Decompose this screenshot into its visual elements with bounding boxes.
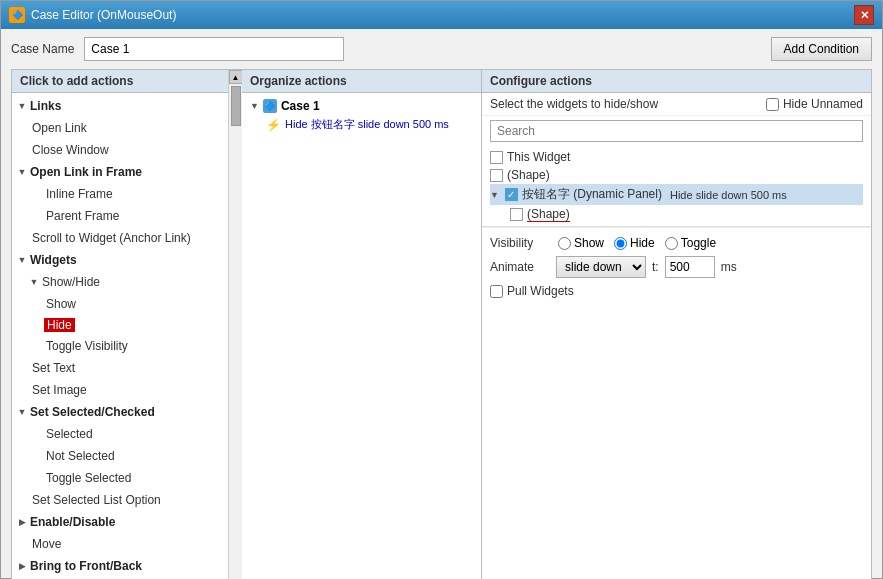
widget-row-dynamic-panel[interactable]: ▼ 按钮名字 (Dynamic Panel) Hide slide down 5…	[490, 184, 863, 205]
hide-unnamed-checkbox[interactable]	[766, 98, 779, 111]
sidebar-item-set-selected[interactable]: ▼ Set Selected/Checked	[12, 401, 228, 423]
set-image-label: Set Image	[30, 382, 89, 398]
visibility-hide-label: Hide	[630, 236, 655, 250]
widget-select-header: Select the widgets to hide/show Hide Unn…	[482, 93, 871, 116]
close-window-button[interactable]: ✕	[854, 5, 874, 25]
pull-widgets-label: Pull Widgets	[507, 284, 574, 298]
case-name-input[interactable]	[84, 37, 344, 61]
sidebar-item-hide[interactable]: Hide	[12, 315, 228, 335]
sidebar-item-scroll-widget[interactable]: Scroll to Widget (Anchor Link)	[12, 227, 228, 249]
mid-panel-header: Organize actions	[242, 70, 481, 93]
widget-list: This Widget (Shape) ▼ 按钮名字 (	[482, 146, 871, 226]
titlebar: 🔷 Case Editor (OnMouseOut) ✕	[1, 1, 882, 29]
case-name-label: Case Name	[11, 42, 74, 56]
case-name: Case 1	[281, 99, 320, 113]
sidebar-item-close-window[interactable]: Close Window	[12, 139, 228, 161]
sidebar-item-enable-disable[interactable]: ▶ Enable/Disable	[12, 511, 228, 533]
animate-ms-label: ms	[721, 260, 737, 274]
window-icon: 🔷	[9, 7, 25, 23]
bring-front-label: Bring to Front/Back	[28, 558, 144, 574]
search-input[interactable]	[490, 120, 863, 142]
sidebar-item-show[interactable]: Show	[12, 293, 228, 315]
visibility-show-label: Show	[574, 236, 604, 250]
widget-row-this[interactable]: This Widget	[490, 148, 863, 166]
selected-label: Selected	[44, 426, 95, 442]
sidebar-item-links[interactable]: ▼ Links	[12, 95, 228, 117]
action-item[interactable]: ⚡ Hide 按钮名字 slide down 500 ms	[246, 115, 477, 134]
set-selected-label: Set Selected/Checked	[28, 404, 157, 420]
top-bar: Case Name Add Condition	[11, 37, 872, 61]
dynamic-panel-expand-icon: ▼	[490, 190, 499, 200]
hide-unnamed-label: Hide Unnamed	[783, 97, 863, 111]
lightning-icon: ⚡	[266, 118, 281, 132]
dynamic-panel-label: 按钮名字 (Dynamic Panel)	[522, 186, 662, 203]
left-scrollbar[interactable]: ▲ ▼	[228, 70, 242, 579]
titlebar-left: 🔷 Case Editor (OnMouseOut)	[9, 7, 176, 23]
sidebar-item-parent-frame[interactable]: Parent Frame	[12, 205, 228, 227]
case-item[interactable]: ▼ 🔷 Case 1	[246, 97, 477, 115]
sidebar-item-toggle-selected[interactable]: Toggle Selected	[12, 467, 228, 489]
sidebar-item-set-list[interactable]: Set Selected List Option	[12, 489, 228, 511]
enable-disable-label: Enable/Disable	[28, 514, 117, 530]
scroll-thumb[interactable]	[231, 86, 241, 126]
sidebar-item-not-selected[interactable]: Not Selected	[12, 445, 228, 467]
close-window-label: Close Window	[30, 142, 111, 158]
sidebar-item-open-link[interactable]: Open Link	[12, 117, 228, 139]
shape2-checkbox[interactable]	[510, 208, 523, 221]
right-panel-header: Configure actions	[482, 70, 871, 93]
animate-time-input[interactable]	[665, 256, 715, 278]
case-editor-window: 🔷 Case Editor (OnMouseOut) ✕ Case Name A…	[0, 0, 883, 579]
sidebar-item-widgets[interactable]: ▼ Widgets	[12, 249, 228, 271]
set-list-label: Set Selected List Option	[30, 492, 163, 508]
hide-unnamed-row: Hide Unnamed	[766, 97, 863, 111]
shape2-label: (Shape)	[527, 207, 570, 222]
visibility-row: Visibility Show Hide	[490, 236, 863, 250]
case-expand-icon: ▼	[250, 101, 259, 111]
main-panels: Click to add actions ▼ Links Open Link	[11, 69, 872, 579]
expand-set-selected-icon: ▼	[16, 406, 28, 418]
action-text: Hide 按钮名字 slide down 500 ms	[285, 117, 449, 132]
expand-show-hide-icon: ▼	[28, 276, 40, 288]
add-condition-button[interactable]: Add Condition	[771, 37, 872, 61]
widget-row-shape1[interactable]: (Shape)	[490, 166, 863, 184]
sidebar-item-set-image[interactable]: Set Image	[12, 379, 228, 401]
visibility-toggle-option[interactable]: Toggle	[665, 236, 716, 250]
shape1-checkbox[interactable]	[490, 169, 503, 182]
dynamic-panel-checkbox[interactable]	[505, 188, 518, 201]
widget-select-area: Select the widgets to hide/show Hide Unn…	[482, 93, 871, 227]
visibility-section: Visibility Show Hide	[482, 227, 871, 306]
scroll-up-arrow[interactable]: ▲	[229, 70, 243, 84]
sidebar-item-set-text[interactable]: Set Text	[12, 357, 228, 379]
links-label: Links	[28, 98, 63, 114]
expand-widgets-icon: ▼	[16, 254, 28, 266]
animate-row: Animate slide down none fade slide up sl…	[490, 256, 863, 278]
parent-frame-label: Parent Frame	[44, 208, 121, 224]
sidebar-item-open-link-frame[interactable]: ▼ Open Link in Frame	[12, 161, 228, 183]
left-panel-header: Click to add actions	[12, 70, 228, 93]
set-text-label: Set Text	[30, 360, 77, 376]
widget-select-label: Select the widgets to hide/show	[490, 97, 658, 111]
show-hide-label: Show/Hide	[40, 274, 102, 290]
visibility-label: Visibility	[490, 236, 550, 250]
this-widget-checkbox[interactable]	[490, 151, 503, 164]
sidebar-item-toggle-vis[interactable]: Toggle Visibility	[12, 335, 228, 357]
visibility-hide-option[interactable]: Hide	[614, 236, 655, 250]
left-panel-content: ▼ Links Open Link Close Window	[12, 93, 228, 579]
animate-select[interactable]: slide down none fade slide up slide left…	[556, 256, 646, 278]
sidebar-item-inline-frame[interactable]: Inline Frame	[12, 183, 228, 205]
animate-t-label: t:	[652, 260, 659, 274]
sidebar-item-selected[interactable]: Selected	[12, 423, 228, 445]
widgets-section-label: Widgets	[28, 252, 79, 268]
toggle-vis-label: Toggle Visibility	[44, 338, 130, 354]
left-panel: Click to add actions ▼ Links Open Link	[12, 70, 228, 579]
case-icon: 🔷	[263, 99, 277, 113]
widget-row-shape2[interactable]: (Shape)	[490, 205, 863, 224]
visibility-show-option[interactable]: Show	[558, 236, 604, 250]
pull-widgets-checkbox[interactable]	[490, 285, 503, 298]
this-widget-label: This Widget	[507, 150, 570, 164]
sidebar-item-bring-front[interactable]: ▶ Bring to Front/Back	[12, 555, 228, 577]
scroll-widget-label: Scroll to Widget (Anchor Link)	[30, 230, 193, 246]
show-label: Show	[44, 296, 78, 312]
sidebar-item-move[interactable]: Move	[12, 533, 228, 555]
sidebar-item-show-hide[interactable]: ▼ Show/Hide	[12, 271, 228, 293]
